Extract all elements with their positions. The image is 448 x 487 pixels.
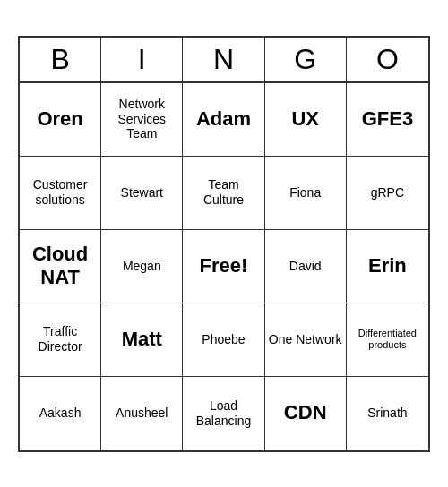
bingo-cell: Network Services Team xyxy=(101,83,183,157)
bingo-header: BINGO xyxy=(20,38,428,83)
bingo-cell: Free! xyxy=(183,230,264,303)
bingo-header-letter: B xyxy=(20,38,101,81)
bingo-cell: CDN xyxy=(265,377,347,450)
bingo-cell: Megan xyxy=(101,230,183,303)
bingo-header-letter: I xyxy=(101,38,183,81)
bingo-header-letter: N xyxy=(183,38,264,81)
bingo-cell: gRPC xyxy=(347,157,428,230)
bingo-cell: Aakash xyxy=(20,377,101,450)
bingo-cell: UX xyxy=(265,83,347,157)
bingo-cell: Srinath xyxy=(347,377,428,450)
bingo-grid: OrenNetwork Services TeamAdamUXGFE3Custo… xyxy=(20,83,428,450)
bingo-cell: Traffic Director xyxy=(20,303,101,377)
bingo-cell: David xyxy=(265,230,347,303)
bingo-cell: Matt xyxy=(101,303,183,377)
bingo-header-letter: G xyxy=(265,38,347,81)
bingo-cell: Oren xyxy=(20,83,101,157)
bingo-cell: One Network xyxy=(265,303,347,377)
bingo-cell: Team Culture xyxy=(183,157,264,230)
bingo-cell: Fiona xyxy=(265,157,347,230)
bingo-cell: GFE3 xyxy=(347,83,428,157)
bingo-cell: Erin xyxy=(347,230,428,303)
bingo-cell: Load Balancing xyxy=(183,377,264,450)
bingo-card: BINGO OrenNetwork Services TeamAdamUXGFE… xyxy=(18,36,430,452)
bingo-cell: Adam xyxy=(183,83,264,157)
bingo-cell: Phoebe xyxy=(183,303,264,377)
bingo-cell: Stewart xyxy=(101,157,183,230)
bingo-cell: Anusheel xyxy=(101,377,183,450)
bingo-header-letter: O xyxy=(347,38,428,81)
bingo-cell: Customer solutions xyxy=(20,157,101,230)
bingo-cell: Differentiated products xyxy=(347,303,428,377)
bingo-cell: Cloud NAT xyxy=(20,230,101,303)
